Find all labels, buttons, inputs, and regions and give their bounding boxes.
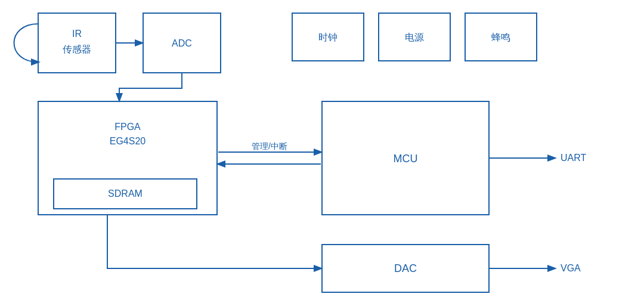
ir-sensor-label-line1: IR (72, 29, 82, 39)
vga-label: VGA (561, 263, 581, 273)
fpga-label-line1: FPGA (114, 122, 141, 132)
ir-sensor-box (38, 13, 116, 73)
dac-label: DAC (394, 262, 417, 274)
ir-sensor-label-line2: 传感器 (63, 44, 91, 54)
adc-label: ADC (172, 38, 192, 48)
buzzer-label: 蜂鸣 (491, 32, 510, 42)
mcu-label: MCU (394, 153, 418, 165)
adc-to-fpga-arrow (119, 73, 182, 100)
uart-label: UART (561, 153, 586, 163)
ir-self-loop (14, 24, 39, 62)
manage-label: 管理/中断 (252, 141, 287, 151)
sdram-label: SDRAM (108, 188, 143, 199)
clock-label: 时钟 (318, 32, 338, 42)
fpga-to-dac-arrow (107, 215, 321, 268)
power-label: 电源 (405, 32, 424, 42)
fpga-label-line2: EG4S20 (110, 136, 146, 146)
